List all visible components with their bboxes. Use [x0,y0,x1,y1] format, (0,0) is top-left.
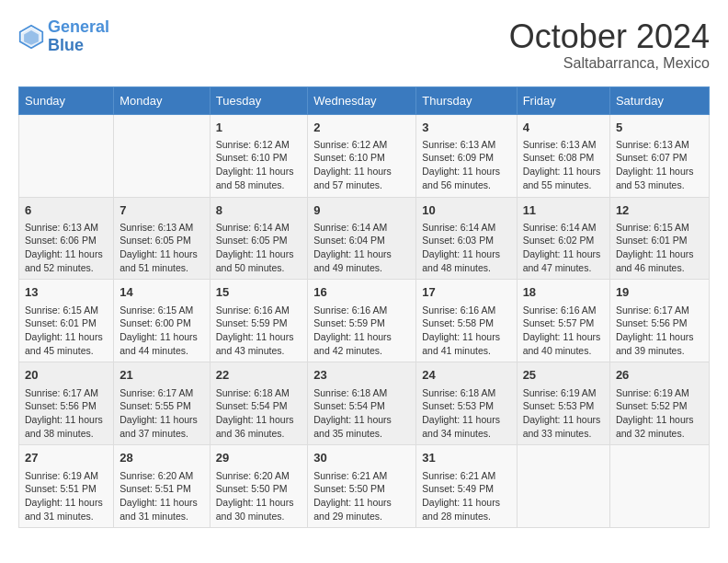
day-number: 19 [616,284,703,301]
calendar-cell [609,445,709,528]
calendar-cell [19,114,114,197]
cell-content: Sunrise: 6:17 AM [616,304,703,317]
cell-content: Daylight: 11 hours and 52 minutes. [25,247,108,274]
cell-content: Sunset: 6:08 PM [523,151,604,165]
calendar-cell: 17Sunrise: 6:16 AMSunset: 5:58 PMDayligh… [416,280,517,362]
calendar-table: SundayMondayTuesdayWednesdayThursdayFrid… [18,86,710,529]
cell-content: Sunset: 5:56 PM [616,316,703,330]
day-number: 9 [313,202,410,219]
day-number: 4 [523,120,604,136]
cell-content: Sunrise: 6:12 AM [313,138,410,152]
calendar-week-row: 6Sunrise: 6:13 AMSunset: 6:06 PMDaylight… [19,197,710,280]
day-number: 6 [25,202,108,219]
calendar-cell: 25Sunrise: 6:19 AMSunset: 5:53 PMDayligh… [517,362,609,445]
calendar-cell: 7Sunrise: 6:13 AMSunset: 6:05 PMDaylight… [114,197,210,280]
cell-content: Sunrise: 6:12 AM [216,138,301,152]
day-of-week-header: Sunday [19,86,114,114]
calendar-cell: 29Sunrise: 6:20 AMSunset: 5:50 PMDayligh… [210,445,307,528]
calendar-cell: 1Sunrise: 6:12 AMSunset: 6:10 PMDaylight… [210,114,307,197]
cell-content: Daylight: 11 hours and 31 minutes. [119,496,204,523]
location: Saltabarranca, Mexico [509,55,710,72]
calendar-week-row: 1Sunrise: 6:12 AMSunset: 6:10 PMDaylight… [19,114,710,197]
cell-content: Sunrise: 6:16 AM [523,304,604,317]
calendar-cell: 8Sunrise: 6:14 AMSunset: 6:05 PMDaylight… [210,197,307,280]
cell-content: Sunrise: 6:14 AM [422,221,510,235]
cell-content: Sunrise: 6:14 AM [216,221,301,235]
cell-content: Daylight: 11 hours and 41 minutes. [422,330,510,357]
cell-content: Sunset: 6:03 PM [422,234,510,247]
cell-content: Sunrise: 6:18 AM [422,386,510,400]
cell-content: Sunrise: 6:17 AM [25,386,108,400]
day-number: 8 [216,202,301,219]
cell-content: Sunrise: 6:15 AM [25,304,108,317]
day-number: 28 [119,450,204,466]
calendar-cell: 28Sunrise: 6:20 AMSunset: 5:51 PMDayligh… [114,445,210,528]
cell-content: Daylight: 11 hours and 48 minutes. [422,247,510,274]
cell-content: Sunrise: 6:16 AM [422,304,510,317]
cell-content: Daylight: 11 hours and 40 minutes. [523,330,604,357]
cell-content: Sunset: 6:04 PM [313,234,410,247]
cell-content: Daylight: 11 hours and 32 minutes. [616,413,703,440]
calendar-week-row: 20Sunrise: 6:17 AMSunset: 5:56 PMDayligh… [19,362,710,445]
cell-content: Sunset: 6:00 PM [119,316,204,330]
cell-content: Daylight: 11 hours and 28 minutes. [422,496,510,523]
calendar-cell: 30Sunrise: 6:21 AMSunset: 5:50 PMDayligh… [308,445,416,528]
day-number: 2 [313,120,410,136]
cell-content: Daylight: 11 hours and 31 minutes. [25,496,108,523]
logo-text: General Blue [48,18,109,55]
title-block: October 2024 Saltabarranca, Mexico [509,18,710,72]
day-number: 31 [422,450,510,466]
day-number: 25 [523,367,604,384]
cell-content: Sunrise: 6:19 AM [523,386,604,400]
cell-content: Sunrise: 6:16 AM [313,304,410,317]
calendar-cell: 27Sunrise: 6:19 AMSunset: 5:51 PMDayligh… [19,445,114,528]
calendar-week-row: 27Sunrise: 6:19 AMSunset: 5:51 PMDayligh… [19,445,710,528]
logo-icon [18,24,44,50]
calendar-cell: 13Sunrise: 6:15 AMSunset: 6:01 PMDayligh… [19,280,114,362]
cell-content: Daylight: 11 hours and 39 minutes. [616,330,703,357]
cell-content: Sunset: 5:59 PM [216,316,301,330]
cell-content: Daylight: 11 hours and 44 minutes. [119,330,204,357]
day-of-week-header: Saturday [609,86,709,114]
day-of-week-header: Monday [114,86,210,114]
cell-content: Sunset: 5:51 PM [119,482,204,496]
cell-content: Sunset: 6:05 PM [216,234,301,247]
cell-content: Sunset: 6:02 PM [523,234,604,247]
cell-content: Sunset: 6:01 PM [616,234,703,247]
calendar-cell: 21Sunrise: 6:17 AMSunset: 5:55 PMDayligh… [114,362,210,445]
day-number: 16 [313,284,410,301]
day-of-week-header: Wednesday [308,86,416,114]
cell-content: Sunrise: 6:13 AM [616,138,703,152]
day-number: 3 [422,120,510,136]
cell-content: Sunrise: 6:13 AM [523,138,604,152]
cell-content: Sunset: 5:56 PM [25,399,108,413]
cell-content: Daylight: 11 hours and 55 minutes. [523,165,604,191]
cell-content: Sunrise: 6:13 AM [25,221,108,235]
cell-content: Sunrise: 6:18 AM [216,386,301,400]
cell-content: Daylight: 11 hours and 53 minutes. [616,165,703,191]
calendar-cell: 4Sunrise: 6:13 AMSunset: 6:08 PMDaylight… [517,114,609,197]
cell-content: Sunrise: 6:13 AM [422,138,510,152]
cell-content: Sunrise: 6:14 AM [313,221,410,235]
day-of-week-header: Thursday [416,86,517,114]
calendar-cell: 6Sunrise: 6:13 AMSunset: 6:06 PMDaylight… [19,197,114,280]
calendar-cell: 18Sunrise: 6:16 AMSunset: 5:57 PMDayligh… [517,280,609,362]
cell-content: Sunset: 5:57 PM [523,316,604,330]
calendar-header-row: SundayMondayTuesdayWednesdayThursdayFrid… [19,86,710,114]
cell-content: Daylight: 11 hours and 57 minutes. [313,165,410,191]
day-number: 12 [616,202,703,219]
cell-content: Sunrise: 6:21 AM [422,469,510,483]
cell-content: Sunset: 6:01 PM [25,316,108,330]
cell-content: Sunset: 5:59 PM [313,316,410,330]
calendar-cell: 19Sunrise: 6:17 AMSunset: 5:56 PMDayligh… [609,280,709,362]
cell-content: Sunset: 6:10 PM [313,151,410,165]
day-number: 29 [216,450,301,466]
cell-content: Daylight: 11 hours and 51 minutes. [119,247,204,274]
cell-content: Sunset: 5:51 PM [25,482,108,496]
calendar-cell: 24Sunrise: 6:18 AMSunset: 5:53 PMDayligh… [416,362,517,445]
cell-content: Sunset: 5:53 PM [523,399,604,413]
day-number: 1 [216,120,301,136]
calendar-cell: 16Sunrise: 6:16 AMSunset: 5:59 PMDayligh… [308,280,416,362]
day-number: 14 [119,284,204,301]
cell-content: Daylight: 11 hours and 37 minutes. [119,413,204,440]
